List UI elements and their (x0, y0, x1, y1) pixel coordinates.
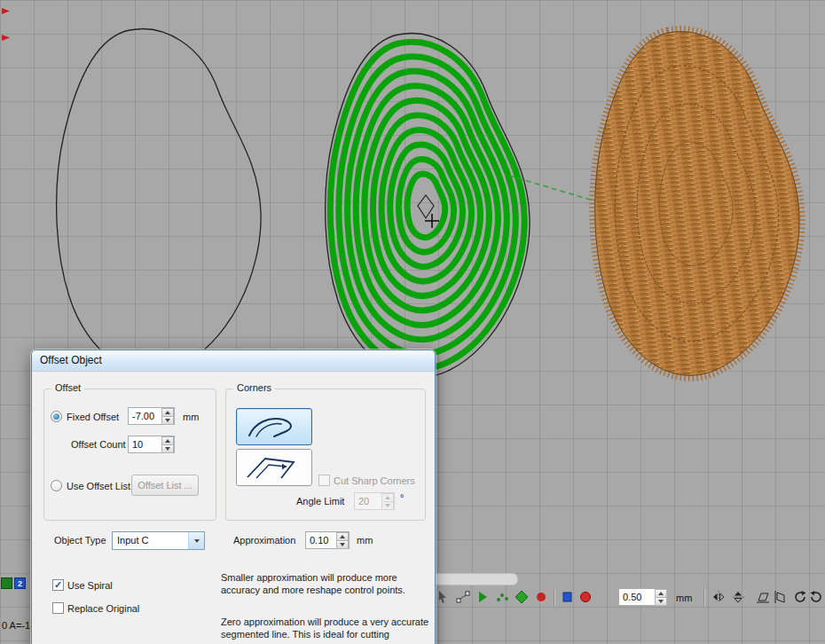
chevron-up-icon (165, 411, 170, 414)
use-spiral-checkbox[interactable]: ✓ (52, 579, 64, 591)
units-label: mm (676, 593, 692, 603)
sharp-corners-button[interactable] (236, 449, 312, 486)
chevron-up-icon (385, 496, 390, 499)
rotate-right-icon[interactable] (809, 590, 823, 604)
dialog-title: Offset Object (40, 354, 102, 366)
rounded-corner-icon (242, 412, 306, 441)
offset-list-button-label: Offset List ... (138, 480, 192, 491)
sharp-corner-icon (242, 453, 306, 482)
chevron-up-icon (165, 439, 170, 443)
stitched-object[interactable] (595, 32, 799, 376)
design-canvas[interactable]: mm 2 0 A=-14 Offset Object Offset Fixed … (0, 0, 825, 644)
angle-limit-input-group (354, 492, 395, 510)
skew-vertical-icon[interactable] (774, 590, 788, 604)
use-offset-list-label: Use Offset List (67, 481, 130, 491)
chevron-up-icon (658, 592, 664, 595)
chevron-down-icon (340, 543, 345, 546)
dialog-titlebar[interactable]: Offset Object (32, 350, 435, 372)
object-type-value: Input C (117, 535, 148, 546)
checkmark-icon: ✓ (54, 579, 62, 590)
stroke-width-input-group (618, 588, 668, 606)
layer-badge[interactable]: 2 (14, 577, 26, 589)
color-chip-green[interactable] (1, 577, 12, 589)
combo-arrow-button[interactable] (188, 532, 204, 549)
object-type-select[interactable]: Input C (112, 531, 205, 550)
replace-original-checkbox[interactable] (52, 602, 64, 614)
toolbar-separator (554, 588, 554, 606)
fixed-offset-input-group (128, 407, 175, 425)
canvas-marker-icon (2, 8, 10, 41)
chevron-down-icon (165, 419, 170, 422)
cut-sharp-corners-label: Cut Sharp Corners (334, 475, 415, 486)
chevron-down-icon (165, 447, 170, 451)
object-type-label: Object Type (54, 535, 106, 546)
offset-count-label: Offset Count (71, 439, 126, 450)
offset-object-dialog: Offset Object Offset Fixed Offset mm Off… (31, 349, 436, 644)
start-point-icon[interactable] (515, 590, 529, 604)
chevron-down-icon (658, 600, 664, 603)
rounded-corners-button[interactable] (236, 408, 312, 445)
chevron-up-icon (340, 535, 345, 538)
offset-list-button[interactable]: Offset List ... (131, 475, 199, 496)
fixed-offset-label: Fixed Offset (67, 412, 119, 422)
flip-horizontal-icon[interactable] (711, 590, 726, 604)
skew-horizontal-icon[interactable] (756, 590, 770, 604)
corners-group-label: Corners (233, 382, 275, 393)
approximation-label: Approximation (233, 535, 295, 546)
approximation-spin-down[interactable] (336, 540, 349, 549)
approximation-help-text: Smaller approximation will produce more … (221, 571, 432, 597)
flip-vertical-icon[interactable] (731, 590, 745, 604)
angle-limit-label: Angle Limit (296, 496, 344, 507)
horizontal-scrollbar[interactable] (433, 573, 518, 585)
approximation-unit-label: mm (357, 535, 373, 546)
stroke-width-spin-down[interactable] (655, 597, 667, 606)
entry-point-icon[interactable] (561, 590, 575, 604)
radio-dot-icon (53, 413, 59, 420)
fixed-offset-unit-label: mm (183, 412, 199, 422)
zero-approximation-help-text: Zero approximation will produce a very a… (221, 616, 432, 644)
angle-limit-spin-down[interactable] (381, 501, 394, 510)
stitch-points-icon[interactable] (495, 590, 509, 604)
use-offset-list-radio[interactable] (51, 480, 62, 491)
fixed-offset-radio[interactable] (51, 411, 62, 422)
offset-count-input-group (128, 436, 175, 453)
reshape-nodes-icon[interactable] (456, 590, 470, 604)
spiral-offset-object[interactable] (326, 34, 530, 378)
fixed-offset-spin-down[interactable] (161, 416, 174, 425)
chevron-down-icon (194, 539, 200, 543)
use-spiral-label: Use Spiral (67, 580, 113, 591)
pointer-tool-icon[interactable] (436, 590, 451, 604)
toolbar-separator (703, 588, 704, 606)
end-point-icon[interactable] (534, 590, 548, 604)
stitch-play-icon[interactable] (475, 590, 490, 604)
angle-limit-unit-label: ° (400, 492, 404, 503)
offset-count-spin-down[interactable] (161, 444, 174, 453)
offset-group-label: Offset (51, 382, 84, 393)
rotate-left-icon[interactable] (793, 590, 807, 604)
exit-point-icon[interactable] (578, 590, 593, 604)
replace-original-label: Replace Original (67, 603, 139, 614)
cut-sharp-corners-checkbox[interactable] (318, 475, 330, 486)
approximation-input-group (305, 531, 350, 549)
chevron-down-icon (385, 504, 390, 507)
outline-object[interactable] (57, 29, 261, 373)
